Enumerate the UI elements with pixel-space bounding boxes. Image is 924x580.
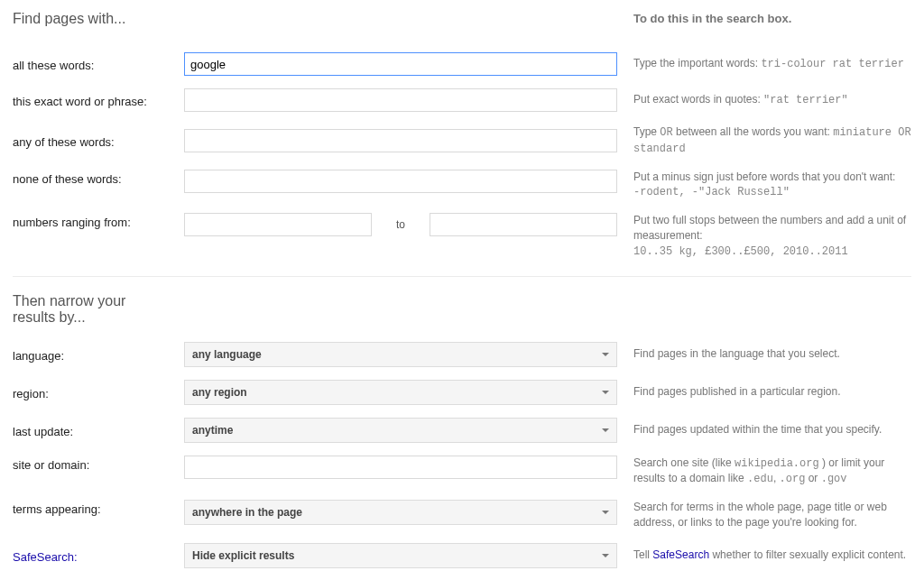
region-dropdown[interactable]: any region [184,380,617,405]
language-hint: Find pages in the language that you sele… [617,346,911,362]
none-words-hint: Put a minus sign just before words that … [617,170,911,201]
all-words-hint: Type the important words: tri-colour rat… [617,56,911,72]
chevron-down-icon [602,428,609,432]
chevron-down-icon [602,391,609,394]
terms-label: terms appearing: [13,500,184,516]
last-update-value: anytime [192,424,233,437]
region-label: region: [13,384,184,400]
site-hint: Search one site (like wikipedia.org ) or… [617,456,911,488]
safesearch-value: Hide explicit results [192,549,294,562]
any-words-input[interactable] [184,129,617,152]
safesearch-hint: Tell SafeSearch whether to filter sexual… [617,548,911,563]
chevron-down-icon [602,353,609,356]
site-input[interactable] [184,456,617,479]
range-to-input[interactable] [430,213,617,236]
exact-phrase-hint: Put exact words in quotes: "rat terrier" [617,92,911,108]
last-update-hint: Find pages updated within the time that … [617,422,911,437]
language-dropdown[interactable]: any language [184,342,617,367]
range-hint: Put two full stops between the numbers a… [617,213,911,259]
terms-dropdown[interactable]: anywhere in the page [184,500,617,525]
any-words-label: any of these words: [13,133,184,149]
terms-value: anywhere in the page [192,506,302,519]
language-value: any language [192,348,262,361]
range-from-input[interactable] [184,213,372,236]
exact-phrase-input[interactable] [184,88,617,112]
safesearch-label[interactable]: SafeSearch: [13,548,184,564]
any-words-hint: Type OR between all the words you want: … [617,124,911,157]
region-hint: Find pages published in a particular reg… [617,384,911,400]
range-label: numbers ranging from: [13,213,184,229]
none-words-input[interactable] [184,170,617,193]
range-to-label: to [372,218,430,231]
region-value: any region [192,386,247,399]
chevron-down-icon [602,511,609,514]
narrow-results-header: Then narrow your results by... [13,293,166,326]
language-label: language: [13,346,184,363]
safesearch-dropdown[interactable]: Hide explicit results [184,543,617,568]
all-words-input[interactable] [184,52,617,76]
last-update-dropdown[interactable]: anytime [184,418,617,443]
none-words-label: none of these words: [13,170,184,186]
chevron-down-icon [602,554,609,557]
exact-phrase-label: this exact word or phrase: [13,92,184,108]
section-divider [13,276,911,277]
search-box-hint-header: To do this in the search box. [633,12,791,25]
last-update-label: last update: [13,422,184,438]
site-label: site or domain: [13,456,184,472]
all-words-label: all these words: [13,56,184,72]
find-pages-header: Find pages with... [13,11,617,27]
terms-hint: Search for terms in the whole page, page… [617,500,911,530]
